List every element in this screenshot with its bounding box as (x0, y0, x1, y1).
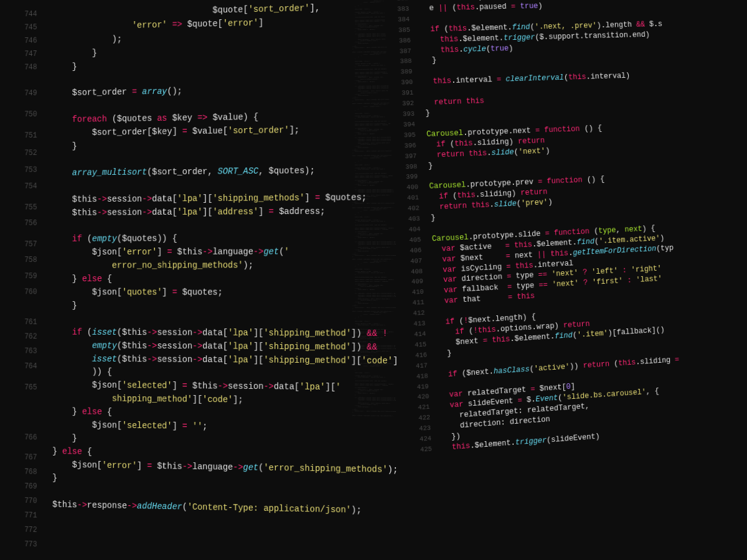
code-content-right[interactable]: .prototype.pause = function (e) { e || (… (419, 0, 683, 454)
editor-pane-right[interactable]: 3823833843853863873883893903913923933943… (383, 0, 743, 553)
editor-pane-left[interactable]: 7447457467477487497507517527537547557567… (12, 0, 398, 560)
code-content-left[interactable]: $quote['sort_order'], 'error' => $quote[… (52, 0, 398, 518)
line-number-gutter-left: 7447457467477487497507517527537547557567… (12, 8, 44, 552)
